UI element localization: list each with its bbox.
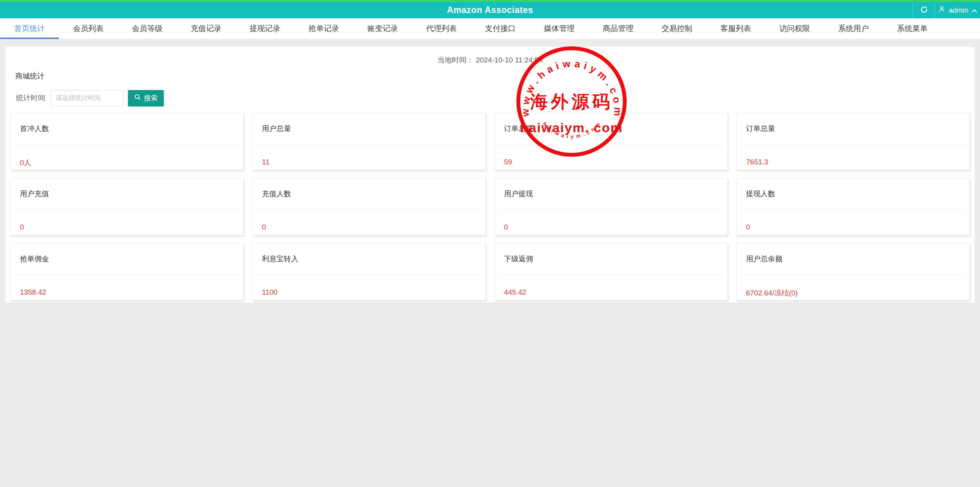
- user-icon: [938, 5, 946, 15]
- stat-card-title: 用户总量: [253, 113, 485, 134]
- stat-card-title: 提现人数: [737, 178, 969, 199]
- nav-tab-system-menu[interactable]: 系统菜单: [883, 18, 942, 39]
- nav-tab-member-list[interactable]: 会员列表: [59, 18, 118, 39]
- stat-card-value: 1100: [262, 288, 476, 297]
- nav-tab-balance-change-records[interactable]: 账变记录: [353, 18, 412, 39]
- main-navbar: 首页统计 会员列表 会员等级 充值记录 提现记录 抢单记录 账变记录 代理列表 …: [0, 18, 980, 39]
- stat-card-interest-transfer: 利息宝转入 1100: [252, 243, 485, 300]
- nav-tab-access-rights[interactable]: 访问权限: [765, 18, 824, 39]
- stat-card-value: 0: [262, 223, 476, 231]
- stat-card-first-recharge-users: 首冲人数 0人: [10, 113, 243, 170]
- stat-card-title: 利息宝转入: [253, 243, 485, 264]
- stat-card-grab-commission: 抢单佣金 1358.42: [10, 243, 243, 300]
- time-filter-label: 统计时间: [5, 93, 51, 103]
- stats-panel: 当地时间： 2024-10-10 11:24:54 商城统计 统计时间 搜索 首…: [5, 47, 975, 303]
- card-divider: [498, 210, 724, 210]
- stat-card-title: 充值人数: [253, 178, 485, 199]
- stat-card-title: 订单总量: [737, 113, 969, 134]
- card-divider: [14, 144, 240, 145]
- stats-filter-form: 统计时间 搜索: [5, 90, 975, 107]
- refresh-icon: [920, 5, 928, 15]
- stat-card-total-user-balance: 用户总余额 6702.64/冻结(0): [737, 243, 970, 300]
- stat-card-value: 445.42: [504, 288, 718, 297]
- stat-card-title: 首冲人数: [11, 113, 243, 134]
- refresh-button[interactable]: [913, 2, 935, 18]
- time-filter-input[interactable]: [51, 90, 123, 106]
- chevron-up-icon: [972, 6, 977, 15]
- stat-card-value: 0人: [20, 158, 234, 168]
- stat-card-title: 用户充值: [11, 178, 243, 199]
- stat-card-user-recharge: 用户充值 0: [10, 178, 243, 235]
- nav-tab-order-grab-records[interactable]: 抢单记录: [294, 18, 353, 39]
- stat-cards-grid: 首冲人数 0人 用户总量 11 订单总量 59 订单总量 7651.3 用户充值…: [10, 113, 970, 300]
- user-menu[interactable]: admin: [935, 2, 980, 18]
- card-divider: [256, 210, 482, 210]
- card-divider: [14, 275, 240, 275]
- section-title: 商城统计: [15, 71, 975, 81]
- card-divider: [740, 210, 966, 210]
- nav-tab-member-level[interactable]: 会员等级: [118, 18, 177, 39]
- stat-card-value: 6702.64/冻结(0): [746, 288, 960, 298]
- card-divider: [498, 275, 724, 275]
- nav-tab-withdraw-records[interactable]: 提现记录: [235, 18, 294, 39]
- app-header: Amazon Associates admin: [0, 0, 980, 18]
- search-icon: [134, 93, 141, 103]
- stat-card-title: 下级返佣: [495, 243, 727, 264]
- search-button[interactable]: 搜索: [128, 90, 164, 107]
- stat-card-withdraw-users: 提现人数 0: [737, 178, 970, 235]
- stat-card-value: 0: [504, 223, 718, 231]
- card-divider: [740, 144, 966, 145]
- nav-tab-agent-list[interactable]: 代理列表: [412, 18, 471, 39]
- stat-card-value: 7651.3: [746, 158, 960, 166]
- nav-tab-home-stats[interactable]: 首页统计: [0, 18, 59, 39]
- nav-tab-product-management[interactable]: 商品管理: [589, 18, 648, 39]
- stat-card-value: 1358.42: [20, 288, 234, 297]
- card-divider: [256, 144, 482, 145]
- stat-card-value: 0: [20, 223, 234, 231]
- stat-card-recharge-users: 充值人数 0: [252, 178, 485, 235]
- nav-tabs: 首页统计 会员列表 会员等级 充值记录 提现记录 抢单记录 账变记录 代理列表 …: [0, 18, 942, 39]
- card-divider: [14, 210, 240, 210]
- search-button-label: 搜索: [144, 93, 158, 103]
- stat-card-title: 用户总余额: [737, 243, 969, 264]
- stat-card-title: 订单总量: [495, 113, 727, 134]
- header-controls: admin: [913, 2, 980, 18]
- stat-card-total-users: 用户总量 11: [252, 113, 485, 170]
- stat-card-title: 用户提现: [495, 178, 727, 199]
- card-divider: [740, 275, 966, 275]
- stat-card-downline-rebate: 下级返佣 445.42: [495, 243, 728, 300]
- nav-tab-media-management[interactable]: 媒体管理: [530, 18, 589, 39]
- stat-card-title: 抢单佣金: [11, 243, 243, 264]
- local-time-row: 当地时间： 2024-10-10 11:24:54: [5, 47, 975, 65]
- stat-card-total-orders: 订单总量 59: [495, 113, 728, 170]
- nav-tab-service-list[interactable]: 客服列表: [706, 18, 765, 39]
- local-time-label: 当地时间：: [437, 56, 474, 64]
- stat-card-user-withdraw: 用户提现 0: [495, 178, 728, 235]
- card-divider: [498, 144, 724, 145]
- nav-tab-payment-api[interactable]: 支付接口: [471, 18, 530, 39]
- stat-card-value: 11: [262, 158, 476, 166]
- username-label: admin: [949, 6, 969, 15]
- nav-tab-system-users[interactable]: 系统用户: [824, 18, 883, 39]
- stat-card-value: 0: [746, 223, 960, 231]
- nav-tab-recharge-records[interactable]: 充值记录: [176, 18, 235, 39]
- stat-card-total-order-amount: 订单总量 7651.3: [737, 113, 970, 170]
- nav-tab-trade-control[interactable]: 交易控制: [647, 18, 706, 39]
- stat-card-value: 59: [504, 158, 718, 166]
- app-title: Amazon Associates: [0, 2, 980, 18]
- local-time-value: 2024-10-10 11:24:54: [476, 56, 543, 64]
- card-divider: [256, 275, 482, 275]
